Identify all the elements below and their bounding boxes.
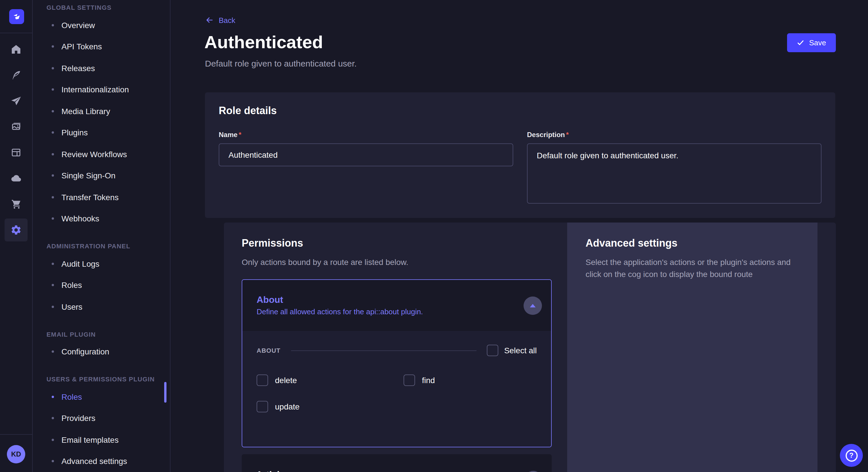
sidebar-item-label: Audit Logs [61,259,99,268]
about-group-label: ABOUT [257,347,280,354]
bullet-dot [52,89,54,91]
deploy-paper-plane-icon[interactable] [5,90,28,112]
sidebar-item-plugins[interactable]: Plugins [33,122,170,143]
description-field-group: Description* Default role given to authe… [527,131,822,206]
sidebar-item-label: Advanced settings [61,457,127,466]
media-library-icon[interactable] [5,115,28,138]
sidebar-item-label: Overview [61,21,95,30]
sidebar-item-advanced-settings[interactable]: Advanced settings [33,450,170,472]
sidebar-item-providers[interactable]: Providers [33,407,170,429]
sidebar-item-admin-roles[interactable]: Roles [33,274,170,296]
permissions-column: Permissions Only actions bound by a rout… [224,223,567,472]
sidebar-item-label: Configuration [61,347,110,357]
bullet-dot [52,175,54,177]
role-details-title: Role details [219,105,822,117]
settings-sidebar: GLOBAL SETTINGS Overview API Tokens Rele… [33,0,170,472]
sidebar-item-webhooks[interactable]: Webhooks [33,208,170,229]
bullet-dot [52,439,54,441]
strapi-admin-window: KD GLOBAL SETTINGS Overview API Tokens R… [0,0,868,472]
about-accordion-title: About [257,295,524,305]
permission-find: find [404,374,537,386]
content-builder-feather-icon[interactable] [5,64,28,87]
find-checkbox[interactable] [404,374,415,386]
permissions-section: Permissions Only actions bound by a rout… [224,223,836,472]
permission-delete: delete [257,374,404,386]
select-all-label: Select all [504,346,537,355]
back-link[interactable]: Back [205,15,236,25]
about-accordion-header[interactable]: About Define all allowed actions for the… [242,280,551,331]
bullet-dot [52,306,54,308]
bullet-dot [52,263,54,265]
home-icon[interactable] [5,38,28,61]
find-label: find [422,376,435,385]
sidebar-section-global-settings: GLOBAL SETTINGS [33,0,170,14]
main-content: Back Authenticated Default role given to… [170,0,868,472]
sidebar-item-label: Plugins [61,128,88,137]
sidebar-item-internationalization[interactable]: Internationalization [33,79,170,100]
sidebar-section-users-permissions-plugin: USERS & PERMISSIONS PLUGIN [33,372,170,386]
active-item-indicator [164,382,166,403]
sidebar-item-media-library[interactable]: Media Library [33,100,170,122]
sidebar-item-label: Roles [61,281,82,290]
user-avatar[interactable]: KD [7,445,25,463]
update-checkbox[interactable] [257,401,268,412]
marketplace-cart-icon[interactable] [5,193,28,216]
sidebar-item-configuration[interactable]: Configuration [33,341,170,363]
sidebar-item-users[interactable]: Users [33,296,170,317]
name-input[interactable] [219,143,513,166]
page-subtitle: Default role given to authenticated user… [205,59,357,68]
article-accordion-text: Article Define all allowed actions for t… [256,469,524,472]
sidebar-item-api-tokens[interactable]: API Tokens [33,36,170,57]
rail-divider [0,33,32,33]
permission-update: update [257,401,404,412]
bullet-dot [52,24,54,26]
sidebar-list-email: Configuration [33,341,170,363]
sidebar-item-label: Providers [61,414,95,423]
sidebar-item-up-roles[interactable]: Roles [33,386,170,407]
main-nav-rail: KD [0,0,33,472]
back-label: Back [219,16,236,24]
sidebar-item-label: Internationalization [61,85,129,94]
chevron-up-icon [530,304,536,307]
strapi-logo[interactable] [9,9,24,24]
sidebar-list-global: Overview API Tokens Releases Internation… [33,14,170,229]
save-button[interactable]: Save [787,33,836,52]
sidebar-item-label: Media Library [61,107,110,116]
sidebar-item-overview[interactable]: Overview [33,14,170,36]
bullet-dot [52,217,54,220]
help-button[interactable]: ? [840,444,863,467]
article-accordion-title: Article [256,469,524,472]
delete-label: delete [275,376,297,385]
sidebar-section-administration-panel: ADMINISTRATION PANEL [33,239,170,253]
sidebar-item-label: Webhooks [61,214,99,224]
sidebar-item-single-sign-on[interactable]: Single Sign-On [33,165,170,187]
settings-gear-icon[interactable] [5,218,28,241]
rail-icon-list [0,38,32,244]
sidebar-item-transfer-tokens[interactable]: Transfer Tokens [33,187,170,208]
permissions-title: Permissions [242,237,567,249]
description-textarea[interactable]: Default role given to authenticated user… [527,143,822,204]
sidebar-item-label: Email templates [61,435,119,444]
sidebar-item-label: Users [61,302,82,311]
collapse-button[interactable] [524,296,542,314]
description-label: Description* [527,131,822,139]
sidebar-list-admin: Audit Logs Roles Users [33,253,170,317]
role-details-card: Role details Name* Description* Default … [205,92,835,218]
sidebar-item-audit-logs[interactable]: Audit Logs [33,253,170,274]
bullet-dot [52,460,54,463]
cloud-icon[interactable] [5,167,28,190]
sidebar-item-review-workflows[interactable]: Review Workflows [33,143,170,165]
sidebar-item-email-templates[interactable]: Email templates [33,429,170,450]
content-manager-layout-icon[interactable] [5,141,28,164]
about-accordion-body: ABOUT Select all delete [242,331,551,447]
group-divider-line [291,350,476,351]
permission-checkbox-grid: delete find update [257,374,537,412]
expand-button[interactable] [524,471,542,472]
rail-bottom-divider [0,434,32,435]
sidebar-item-releases[interactable]: Releases [33,57,170,79]
bullet-dot [52,351,54,353]
bullet-dot [52,396,54,398]
delete-checkbox[interactable] [257,374,268,386]
article-accordion-header[interactable]: Article Define all allowed actions for t… [242,454,552,472]
select-all-checkbox[interactable] [487,345,498,356]
